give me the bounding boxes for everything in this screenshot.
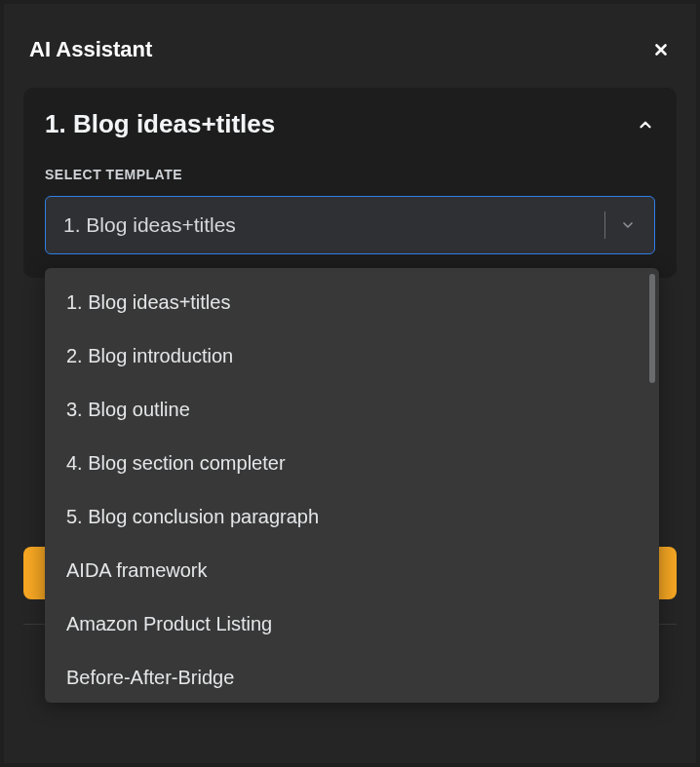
chevron-down-icon [619,216,637,234]
dropdown-option[interactable]: 3. Blog outline [45,383,659,437]
dropdown-option[interactable]: Amazon Product Listing [45,597,659,651]
close-icon[interactable] [651,40,671,59]
template-card: 1. Blog ideas+titles SELECT TEMPLATE 1. … [23,88,677,278]
card-title: 1. Blog ideas+titles [45,109,275,139]
app-frame: AI Assistant 1. Blog ideas+titles SELECT… [0,0,700,767]
panel-header: AI Assistant [23,23,677,88]
panel-container: AI Assistant 1. Blog ideas+titles SELECT… [4,4,696,763]
card-header[interactable]: 1. Blog ideas+titles [45,109,655,139]
template-field-label: SELECT TEMPLATE [45,167,655,182]
dropdown-option[interactable]: 4. Blog section completer [45,437,659,490]
chevron-up-icon[interactable] [636,115,655,134]
scrollbar[interactable] [649,274,655,383]
panel-title: AI Assistant [29,37,152,62]
dropdown-option[interactable]: AIDA framework [45,544,659,597]
dropdown-list: 1. Blog ideas+titles 2. Blog introductio… [45,268,659,703]
select-divider [604,211,605,239]
dropdown-option[interactable]: 2. Blog introduction [45,329,659,383]
dropdown-option[interactable]: 5. Blog conclusion paragraph [45,490,659,544]
dropdown-option[interactable]: 1. Blog ideas+titles [45,276,659,329]
template-dropdown: 1. Blog ideas+titles 2. Blog introductio… [45,268,659,703]
dropdown-option[interactable]: Before-After-Bridge [45,651,659,703]
template-select[interactable]: 1. Blog ideas+titles [45,196,655,254]
template-select-value: 1. Blog ideas+titles [63,213,591,237]
template-select-wrapper: 1. Blog ideas+titles 1. Blog ideas+title… [45,196,655,254]
